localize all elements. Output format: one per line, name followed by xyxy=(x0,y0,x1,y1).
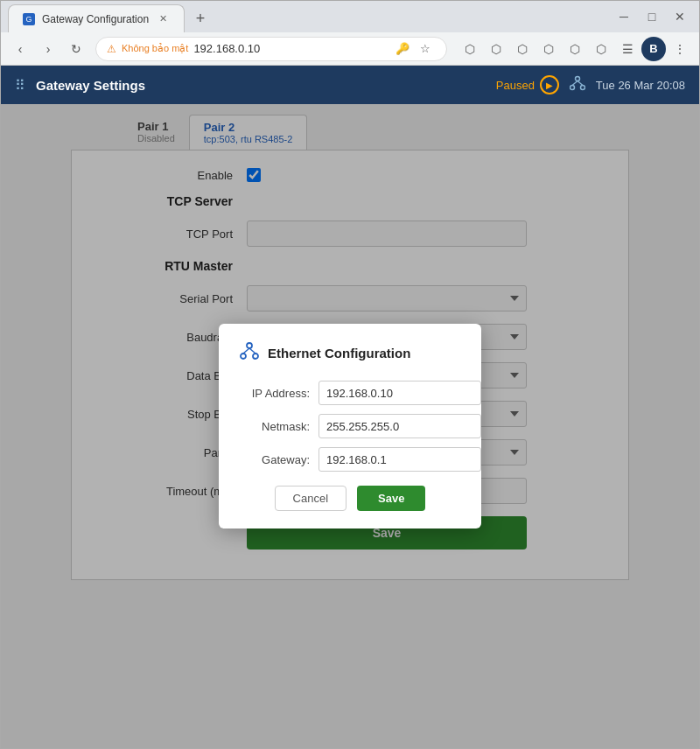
address-bar-icons: 🔑 ☆ xyxy=(392,38,436,60)
modal-network-icon xyxy=(240,341,259,365)
modal-ip-input[interactable] xyxy=(318,381,481,405)
url-text: 192.168.0.10 xyxy=(193,42,387,55)
app-header-left: ⠿ Gateway Settings xyxy=(15,77,145,94)
modal-title: Ethernet Configuration xyxy=(268,346,410,360)
svg-point-1 xyxy=(570,86,574,90)
refresh-button[interactable]: ↻ xyxy=(64,37,88,61)
menu-icon[interactable]: ⋮ xyxy=(668,37,692,61)
svg-point-5 xyxy=(247,343,252,348)
ethernet-config-modal: Ethernet Configuration IP Address: Netma… xyxy=(219,324,481,528)
svg-line-4 xyxy=(578,81,583,86)
modal-cancel-button[interactable]: Cancel xyxy=(275,486,346,511)
modal-overlay: Ethernet Configuration IP Address: Netma… xyxy=(1,104,699,748)
browser-tab-bar: G Gateway Configuration ✕ + ─ □ ✕ xyxy=(1,1,699,32)
tab-title: Gateway Configuration xyxy=(42,13,149,25)
app-header-right: Paused ▶ Tue 26 Mar 20:08 xyxy=(496,75,685,94)
app-title: Gateway Settings xyxy=(36,78,145,93)
star-icon[interactable]: ☆ xyxy=(415,38,436,60)
modal-netmask-row: Netmask: xyxy=(240,414,460,438)
tab-strip-icon[interactable]: ☰ xyxy=(615,37,640,61)
forward-button[interactable]: › xyxy=(36,37,60,61)
browser-toolbar-right: ⬡ ⬡ ⬡ ⬡ ⬡ ⬡ ☰ B ⋮ xyxy=(458,37,692,61)
paused-badge: Paused ▶ xyxy=(496,75,559,94)
svg-point-2 xyxy=(580,86,584,90)
addon2-icon[interactable]: ⬡ xyxy=(536,37,561,61)
modal-gateway-input[interactable] xyxy=(318,447,481,472)
play-button[interactable]: ▶ xyxy=(540,75,559,94)
addon3-icon[interactable]: ⬡ xyxy=(563,37,587,61)
network-topology-icon[interactable] xyxy=(570,75,585,94)
security-warning-icon: ⚠ xyxy=(107,43,116,55)
svg-line-9 xyxy=(249,348,256,354)
svg-line-3 xyxy=(572,81,578,86)
svg-point-0 xyxy=(575,77,579,81)
extensions-icon[interactable]: ⬡ xyxy=(458,37,482,61)
datetime: Tue 26 Mar 20:08 xyxy=(596,79,685,92)
modal-netmask-input[interactable] xyxy=(318,414,481,438)
security-warning-text: Không bảo mật xyxy=(122,43,188,54)
svg-point-6 xyxy=(241,354,246,359)
downloads-icon[interactable]: ⬡ xyxy=(484,37,508,61)
tab-favicon: G xyxy=(23,13,35,25)
minimize-button[interactable]: ─ xyxy=(612,4,636,29)
addon1-icon[interactable]: ⬡ xyxy=(510,37,535,61)
browser-controls: ‹ › ↻ ⚠ Không bảo mật 192.168.0.10 🔑 ☆ ⬡… xyxy=(1,32,699,66)
modal-gateway-row: Gateway: xyxy=(240,447,460,472)
svg-point-7 xyxy=(253,354,258,359)
modal-actions: Cancel Save xyxy=(240,486,460,511)
page-content: ⠿ Gateway Settings Paused ▶ xyxy=(1,66,699,748)
svg-line-8 xyxy=(243,348,249,354)
modal-header: Ethernet Configuration xyxy=(240,341,460,365)
new-tab-button[interactable]: + xyxy=(188,6,213,31)
browser-tab[interactable]: G Gateway Configuration ✕ xyxy=(8,4,185,32)
address-bar[interactable]: ⚠ Không bảo mật 192.168.0.10 🔑 ☆ xyxy=(95,37,447,61)
main-area: Pair 1 Disabled Pair 2 tcp:503, rtu RS48… xyxy=(1,104,699,748)
key-icon[interactable]: 🔑 xyxy=(392,38,413,60)
modal-ip-row: IP Address: xyxy=(240,381,460,405)
app-header: ⠿ Gateway Settings Paused ▶ xyxy=(1,66,699,104)
browser-frame: G Gateway Configuration ✕ + ─ □ ✕ ‹ › ↻ … xyxy=(0,0,700,749)
tab-close-button[interactable]: ✕ xyxy=(156,12,170,26)
hamburger-icon[interactable]: ⠿ xyxy=(15,77,25,94)
back-button[interactable]: ‹ xyxy=(8,37,32,61)
paused-label: Paused xyxy=(496,79,535,92)
maximize-button[interactable]: □ xyxy=(640,4,664,29)
close-window-button[interactable]: ✕ xyxy=(668,4,692,29)
modal-ip-label: IP Address: xyxy=(240,387,318,400)
addon4-icon[interactable]: ⬡ xyxy=(589,37,613,61)
profile-button[interactable]: B xyxy=(641,37,666,61)
modal-gateway-label: Gateway: xyxy=(240,453,318,466)
modal-save-button[interactable]: Save xyxy=(357,486,425,511)
modal-netmask-label: Netmask: xyxy=(240,420,318,433)
